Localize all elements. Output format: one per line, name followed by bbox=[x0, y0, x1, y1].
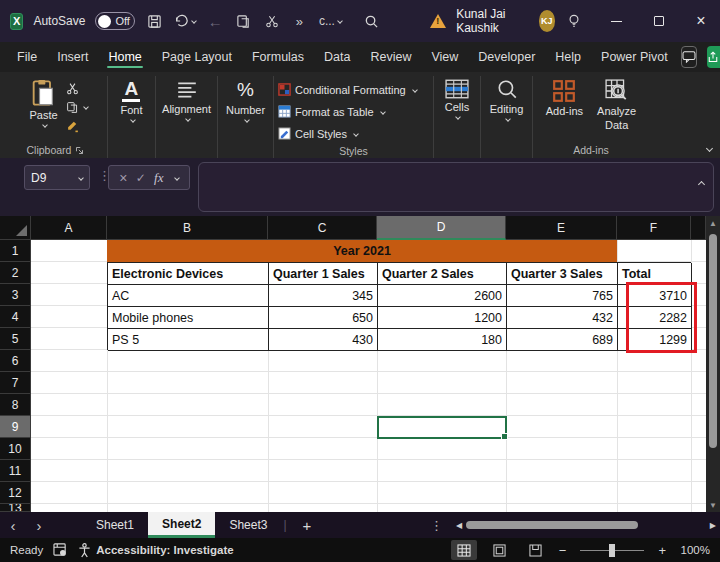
insert-function-icon[interactable]: fx bbox=[154, 170, 163, 186]
cell-year-title[interactable]: Year 2021 bbox=[107, 240, 617, 262]
cell-D5[interactable]: 180 bbox=[378, 329, 507, 351]
accessibility-icon[interactable] bbox=[78, 543, 91, 558]
warning-icon[interactable]: ! bbox=[430, 14, 446, 28]
enter-icon[interactable]: ✓ bbox=[136, 171, 146, 185]
vertical-scroll-thumb[interactable] bbox=[709, 234, 717, 448]
lightbulb-icon[interactable] bbox=[565, 8, 583, 34]
vertical-scrollbar[interactable]: ▲ ▼ bbox=[706, 216, 720, 512]
tab-sheet2[interactable]: Sheet2 bbox=[148, 512, 215, 538]
column-header-c[interactable]: C bbox=[268, 216, 377, 240]
qat-collapsed-item[interactable]: c... bbox=[319, 14, 342, 28]
tab-home[interactable]: Home bbox=[99, 45, 150, 69]
tab-view[interactable]: View bbox=[422, 45, 467, 69]
minimize-button[interactable] bbox=[607, 8, 625, 34]
row-header-6[interactable]: 6 bbox=[0, 350, 31, 372]
select-all-corner[interactable] bbox=[0, 216, 31, 240]
row-header-12[interactable]: 12 bbox=[0, 482, 31, 504]
avatar[interactable]: KJ bbox=[539, 10, 556, 32]
tab-help[interactable]: Help bbox=[546, 45, 590, 69]
name-box[interactable]: D9 bbox=[24, 165, 90, 190]
tab-page-layout[interactable]: Page Layout bbox=[153, 45, 241, 69]
cell-D4[interactable]: 1200 bbox=[378, 307, 507, 329]
tab-sheet3[interactable]: Sheet3 bbox=[215, 512, 281, 538]
row-header-1[interactable]: 1 bbox=[0, 240, 31, 262]
prev-sheet-icon[interactable]: ‹ bbox=[0, 517, 26, 534]
new-sheet-button[interactable]: + bbox=[289, 517, 326, 534]
copy-icon[interactable] bbox=[234, 8, 252, 34]
cell-C4[interactable]: 650 bbox=[269, 307, 378, 329]
column-header-b[interactable]: B bbox=[107, 216, 268, 240]
row-header-10[interactable]: 10 bbox=[0, 438, 31, 460]
tab-data[interactable]: Data bbox=[315, 45, 359, 69]
cell-B2[interactable]: Electronic Devices bbox=[108, 263, 269, 285]
accessibility-status[interactable]: Accessibility: Investigate bbox=[96, 544, 233, 556]
zoom-slider[interactable] bbox=[580, 550, 644, 551]
row-header-4[interactable]: 4 bbox=[0, 306, 31, 328]
close-button[interactable]: × bbox=[692, 8, 710, 34]
zoom-level[interactable]: 100% bbox=[676, 544, 710, 556]
scroll-right-icon[interactable]: ▶ bbox=[710, 521, 716, 530]
undo-icon[interactable] bbox=[173, 8, 196, 34]
editing-button[interactable]: Editing bbox=[484, 76, 530, 121]
next-sheet-icon[interactable]: › bbox=[26, 517, 52, 534]
cut-button[interactable] bbox=[66, 80, 88, 96]
zoom-in-icon[interactable]: + bbox=[658, 543, 666, 558]
conditional-formatting-button[interactable]: Conditional Formatting bbox=[278, 80, 417, 99]
macro-record-icon[interactable] bbox=[53, 543, 68, 557]
cut-icon[interactable] bbox=[263, 8, 281, 34]
row-header-8[interactable]: 8 bbox=[0, 394, 31, 416]
tab-power-pivot[interactable]: Power Pivot bbox=[592, 45, 677, 69]
row-header-13[interactable]: 13 bbox=[0, 504, 31, 512]
cell-B4[interactable]: Mobile phones bbox=[108, 307, 269, 329]
analyze-data-button[interactable]: AnalyzeData bbox=[591, 76, 642, 131]
scroll-down-icon[interactable]: ▼ bbox=[709, 498, 717, 512]
page-layout-view-button[interactable] bbox=[487, 540, 513, 560]
formula-input[interactable] bbox=[198, 162, 714, 212]
cell-E4[interactable]: 432 bbox=[507, 307, 618, 329]
scroll-up-icon[interactable]: ▲ bbox=[709, 216, 717, 230]
cell-B5[interactable]: PS 5 bbox=[108, 329, 269, 351]
cell-E3[interactable]: 765 bbox=[507, 285, 618, 307]
zoom-slider-thumb[interactable] bbox=[609, 544, 615, 557]
cell-C3[interactable]: 345 bbox=[269, 285, 378, 307]
page-break-view-button[interactable] bbox=[523, 540, 549, 560]
horizontal-scroll-thumb[interactable] bbox=[466, 521, 638, 529]
collapse-ribbon-icon[interactable] bbox=[704, 140, 712, 154]
horizontal-scrollbar[interactable]: ◀ ▶ bbox=[456, 512, 716, 538]
column-header-partial[interactable] bbox=[691, 216, 706, 240]
tab-file[interactable]: File bbox=[8, 45, 46, 69]
row-header-2[interactable]: 2 bbox=[0, 262, 31, 284]
zoom-out-icon[interactable]: − bbox=[559, 543, 567, 558]
number-button[interactable]: % Number bbox=[220, 76, 271, 122]
tab-review[interactable]: Review bbox=[361, 45, 420, 69]
cell-styles-button[interactable]: Cell Styles bbox=[278, 124, 358, 143]
alignment-button[interactable]: Alignment bbox=[156, 76, 217, 121]
tab-developer[interactable]: Developer bbox=[469, 45, 544, 69]
column-header-e[interactable]: E bbox=[506, 216, 617, 240]
qat-overflow[interactable]: » bbox=[291, 8, 309, 34]
cancel-icon[interactable]: × bbox=[119, 170, 127, 186]
share-button[interactable] bbox=[707, 46, 720, 68]
cell-D2[interactable]: Quarter 2 Sales bbox=[378, 263, 507, 285]
clipboard-dialog-launcher-icon[interactable] bbox=[75, 146, 84, 155]
column-header-d[interactable]: D bbox=[377, 216, 506, 240]
cell-grid[interactable]: Year 2021 Electronic Devices Quarter 1 S… bbox=[31, 240, 706, 512]
format-painter-button[interactable] bbox=[66, 118, 88, 134]
collapse-formula-bar-icon[interactable] bbox=[696, 176, 704, 190]
tab-sheet1[interactable]: Sheet1 bbox=[82, 512, 148, 538]
excel-logo-icon[interactable]: X bbox=[10, 13, 23, 30]
cell-E2[interactable]: Quarter 3 Sales bbox=[507, 263, 618, 285]
comments-button[interactable] bbox=[681, 46, 697, 68]
cell-C2[interactable]: Quarter 1 Sales bbox=[269, 263, 378, 285]
function-chevron-icon[interactable] bbox=[174, 175, 180, 181]
cell-B3[interactable]: AC bbox=[108, 285, 269, 307]
copy-button[interactable] bbox=[66, 99, 88, 115]
cell-C5[interactable]: 430 bbox=[269, 329, 378, 351]
addins-button[interactable]: Add-ins bbox=[540, 76, 589, 117]
maximize-button[interactable] bbox=[650, 8, 668, 34]
row-header-11[interactable]: 11 bbox=[0, 460, 31, 482]
selected-cell-D9[interactable] bbox=[377, 416, 507, 439]
cell-E5[interactable]: 689 bbox=[507, 329, 618, 351]
format-as-table-button[interactable]: Format as Table bbox=[278, 102, 385, 121]
column-header-f[interactable]: F bbox=[617, 216, 691, 240]
